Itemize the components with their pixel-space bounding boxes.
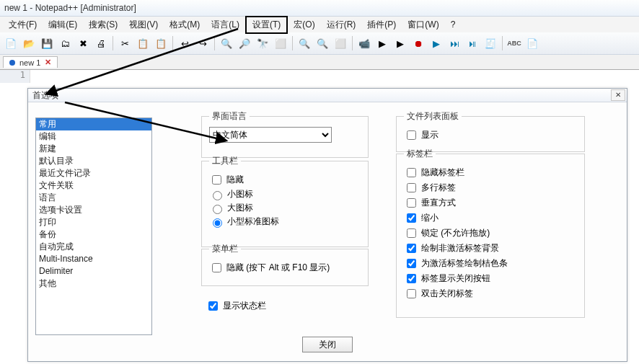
dialog-close-button[interactable]: 关闭: [302, 337, 353, 352]
group-tabbar-legend: 标签栏: [404, 148, 436, 160]
window-title: new 1 - Notepad++ [Administrator]: [0, 0, 639, 17]
menubar-hide-checkbox[interactable]: [212, 263, 221, 272]
toolbar-stdsmall-label: 小型标准图标: [227, 216, 279, 228]
toolbar-large-label: 大图标: [227, 202, 253, 214]
menubar-hide-label: 隐藏 (按下 Alt 或 F10 显示): [226, 262, 330, 274]
tabbar-hide-checkbox[interactable]: [407, 168, 416, 177]
list-item-new[interactable]: 新建: [36, 143, 151, 155]
list-item-file-assoc[interactable]: 文件关联: [36, 179, 151, 192]
tab-new-1[interactable]: new 1 ✕: [3, 56, 58, 68]
tabbar-reduce-checkbox[interactable]: [407, 213, 416, 223]
dialog-title: 首选项 ✕: [28, 89, 627, 102]
list-item-other[interactable]: 其他: [36, 278, 151, 290]
tb-open-icon[interactable]: 📂: [21, 35, 37, 51]
list-item-backup[interactable]: 备份: [36, 228, 151, 241]
tabbar-show-close-checkbox[interactable]: [407, 274, 416, 283]
tb-rec-dot-icon[interactable]: ⏺: [410, 35, 426, 51]
group-filelist-legend: 文件列表面板: [404, 110, 462, 123]
menu-file[interactable]: 文件(F): [3, 17, 43, 32]
ui-language-select[interactable]: 中文简体: [209, 127, 332, 143]
tb-replace-icon[interactable]: 🔎: [237, 35, 252, 51]
tb-paste-icon[interactable]: 📋: [153, 35, 169, 51]
tb-play-icon[interactable]: ▶: [374, 35, 390, 51]
menu-run[interactable]: 运行(R): [321, 17, 362, 32]
filelist-show-label: 显示: [421, 129, 439, 141]
menu-edit[interactable]: 编辑(E): [43, 17, 83, 32]
tb-saveall-icon[interactable]: 🗂: [57, 35, 73, 51]
tb-find-icon[interactable]: 🔍: [219, 35, 234, 51]
tabbar-draw-inactive-checkbox[interactable]: [407, 244, 416, 253]
tb-doclist-icon[interactable]: 📄: [524, 35, 540, 51]
tabbar-lock-checkbox[interactable]: [407, 228, 416, 238]
tabbar-draw-orange-checkbox[interactable]: [407, 259, 416, 268]
list-item-default-dir[interactable]: 默认目录: [36, 155, 151, 167]
tb-close-icon[interactable]: ✖: [75, 35, 91, 51]
tb-playpause-icon[interactable]: ⏯: [464, 35, 480, 51]
tb-findinfiles-icon[interactable]: 🔭: [255, 35, 270, 51]
line-number-gutter: 1: [0, 70, 30, 83]
show-statusbar-label: 显示状态栏: [223, 300, 266, 312]
tb-print-icon[interactable]: 🖨: [93, 35, 109, 51]
group-ui-language-legend: 界面语言: [209, 110, 250, 123]
tb-spellcheck-icon[interactable]: ABC: [506, 35, 522, 51]
list-item-recent-files[interactable]: 最近文件记录: [36, 167, 151, 179]
list-item-multiinstance[interactable]: Multi-Instance: [36, 253, 151, 265]
tab-close-icon[interactable]: ✕: [45, 58, 51, 67]
menu-plugins[interactable]: 插件(P): [361, 17, 402, 32]
menu-bar: 文件(F) 编辑(E) 搜索(S) 视图(V) 格式(M) 语言(L) 设置(T…: [0, 17, 639, 32]
preferences-dialog: 首选项 ✕ 常用 编辑 新建 默认目录 最近文件记录 文件关联 语言 选项卡设置…: [27, 88, 627, 362]
tb-undo-icon[interactable]: ↩: [177, 35, 193, 51]
menu-window[interactable]: 窗口(W): [402, 17, 444, 32]
group-tabbar: 标签栏 隐藏标签栏 多行标签 垂直方式 缩小 锁定 (不允许拖放) 绘制非激活标…: [396, 148, 585, 318]
tab-strip: new 1 ✕: [0, 55, 639, 70]
dialog-close-icon[interactable]: ✕: [611, 89, 625, 101]
tb-mark-icon[interactable]: ⬜: [273, 35, 288, 51]
menu-macro[interactable]: 宏(O): [288, 17, 320, 32]
editor-area[interactable]: 1: [0, 70, 639, 83]
menu-help[interactable]: ?: [445, 18, 462, 31]
list-item-autocomplete[interactable]: 自动完成: [36, 241, 151, 253]
tb-zoomout-icon[interactable]: 🔍: [314, 35, 330, 51]
tb-cut-icon[interactable]: ✂: [117, 35, 133, 51]
list-item-general[interactable]: 常用: [36, 118, 151, 130]
toolbar-stdsmall-radio[interactable]: [213, 218, 222, 228]
toolbar-hide-checkbox[interactable]: [212, 175, 221, 185]
tabbar-multi-checkbox[interactable]: [407, 183, 416, 192]
tb-copy-icon[interactable]: 📋: [135, 35, 151, 51]
tb-playmacro-icon[interactable]: ▶: [428, 35, 444, 51]
group-ui-language: 界面语言 中文简体: [201, 110, 369, 158]
tb-next-icon[interactable]: ⏭: [446, 35, 462, 51]
tb-doc-icon[interactable]: 🧾: [482, 35, 498, 51]
tabbar-dbl-close-checkbox[interactable]: [407, 289, 416, 298]
main-toolbar: 📄 📂 💾 🗂 ✖ 🖨 ✂ 📋 📋 ↩ ↪ 🔍 🔎 🔭 ⬜ 🔍 🔍 ⬜ 📹 ▶ …: [0, 32, 639, 55]
toolbar-small-radio[interactable]: [213, 191, 222, 200]
show-statusbar-checkbox[interactable]: [208, 301, 218, 311]
tb-save-icon[interactable]: 💾: [39, 35, 55, 51]
list-item-language[interactable]: 语言: [36, 192, 151, 204]
list-item-tab-settings[interactable]: 选项卡设置: [36, 204, 151, 216]
tb-play2-icon[interactable]: ▶: [392, 35, 408, 51]
menu-settings[interactable]: 设置(T): [245, 16, 288, 34]
menu-view[interactable]: 视图(V): [123, 17, 164, 32]
tb-record-icon[interactable]: 📹: [356, 35, 372, 51]
tab-dot-icon: [9, 60, 15, 66]
group-menubar-legend: 菜单栏: [209, 243, 241, 255]
menu-search[interactable]: 搜索(S): [83, 17, 123, 32]
tb-redo-icon[interactable]: ↪: [195, 35, 211, 51]
tabbar-vertical-checkbox[interactable]: [407, 198, 416, 208]
tab-label: new 1: [19, 58, 40, 67]
filelist-show-checkbox[interactable]: [407, 130, 416, 140]
list-item-delimiter[interactable]: Delimiter: [36, 265, 151, 278]
menu-format[interactable]: 格式(M): [164, 17, 206, 32]
toolbar-large-radio[interactable]: [213, 205, 222, 214]
list-item-editing[interactable]: 编辑: [36, 130, 151, 143]
tb-new-icon[interactable]: 📄: [3, 35, 19, 51]
toolbar-hide-label: 隐藏: [226, 174, 244, 186]
list-item-print[interactable]: 打印: [36, 216, 151, 228]
tb-zoomin-icon[interactable]: 🔍: [296, 35, 312, 51]
preferences-category-list[interactable]: 常用 编辑 新建 默认目录 最近文件记录 文件关联 语言 选项卡设置 打印 备份…: [35, 117, 152, 335]
menu-language[interactable]: 语言(L): [206, 17, 245, 32]
toolbar-small-label: 小图标: [227, 188, 253, 200]
tb-syncv-icon[interactable]: ⬜: [332, 35, 348, 51]
group-filelist: 文件列表面板 显示: [396, 110, 585, 152]
